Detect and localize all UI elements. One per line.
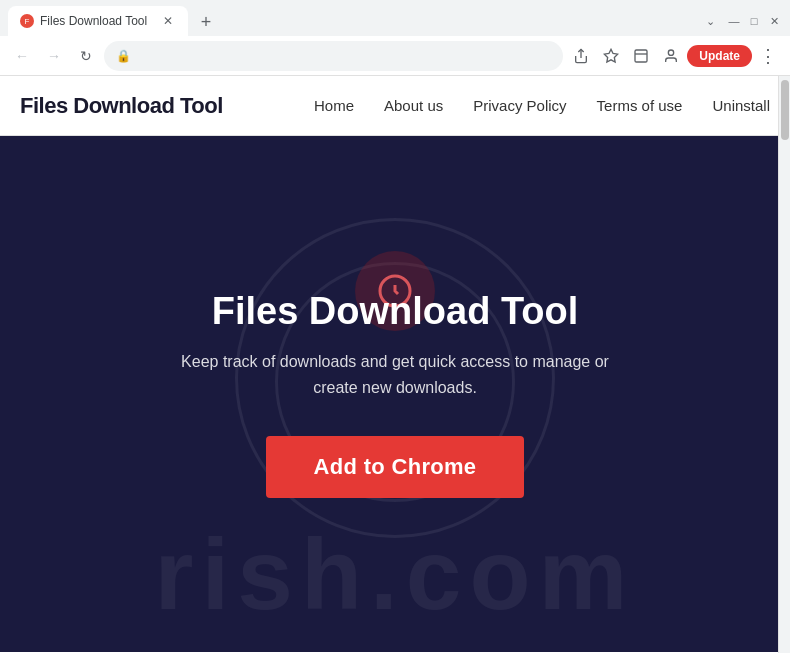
- address-bar: ← → ↻ 🔒: [0, 36, 790, 76]
- add-to-chrome-button[interactable]: Add to Chrome: [266, 436, 525, 498]
- nav-terms[interactable]: Terms of use: [597, 97, 683, 114]
- share-icon[interactable]: [567, 42, 595, 70]
- lock-icon: 🔒: [116, 49, 131, 63]
- active-tab[interactable]: F Files Download Tool ✕: [8, 6, 188, 36]
- nav-about[interactable]: About us: [384, 97, 443, 114]
- svg-point-4: [669, 50, 674, 55]
- nav-links: Home About us Privacy Policy Terms of us…: [314, 97, 770, 114]
- update-button[interactable]: Update: [687, 45, 752, 67]
- nav-uninstall[interactable]: Uninstall: [712, 97, 770, 114]
- hero-subtitle: Keep track of downloads and get quick ac…: [165, 349, 625, 400]
- tab-switcher-icon[interactable]: [627, 42, 655, 70]
- minimize-button[interactable]: —: [726, 13, 742, 29]
- hero-section: Files Download Tool Keep track of downlo…: [0, 136, 790, 652]
- hero-watermark: rish.com: [155, 517, 636, 632]
- browser-menu-button[interactable]: ⋮: [754, 42, 782, 70]
- close-button[interactable]: ✕: [766, 13, 782, 29]
- tab-favicon: F: [20, 14, 34, 28]
- webpage: Files Download Tool Home About us Privac…: [0, 76, 790, 653]
- svg-marker-1: [605, 49, 618, 62]
- scrollbar-thumb[interactable]: [781, 80, 789, 140]
- address-input-wrap[interactable]: 🔒: [104, 41, 563, 71]
- scrollbar-track[interactable]: [778, 76, 790, 653]
- maximize-button[interactable]: □: [746, 13, 762, 29]
- forward-button[interactable]: →: [40, 42, 68, 70]
- site-logo: Files Download Tool: [20, 93, 223, 119]
- tab-title: Files Download Tool: [40, 14, 154, 28]
- profile-icon[interactable]: [657, 42, 685, 70]
- window-controls: ⌄ — □ ✕: [702, 13, 782, 29]
- browser-chrome: F Files Download Tool ✕ + ⌄ — □ ✕ ← → ↻ …: [0, 0, 790, 76]
- title-bar: F Files Download Tool ✕ + ⌄ — □ ✕: [0, 0, 790, 36]
- nav-privacy[interactable]: Privacy Policy: [473, 97, 566, 114]
- nav-home[interactable]: Home: [314, 97, 354, 114]
- svg-rect-2: [635, 50, 647, 62]
- tab-close-button[interactable]: ✕: [160, 13, 176, 29]
- new-tab-button[interactable]: +: [192, 8, 220, 36]
- hero-title: Files Download Tool: [212, 290, 579, 333]
- reload-button[interactable]: ↻: [72, 42, 100, 70]
- address-actions: Update ⋮: [567, 42, 782, 70]
- bookmark-icon[interactable]: [597, 42, 625, 70]
- back-button[interactable]: ←: [8, 42, 36, 70]
- tabs-area: F Files Download Tool ✕ +: [8, 6, 702, 36]
- chevron-down-icon[interactable]: ⌄: [702, 13, 718, 29]
- site-nav: Files Download Tool Home About us Privac…: [0, 76, 790, 136]
